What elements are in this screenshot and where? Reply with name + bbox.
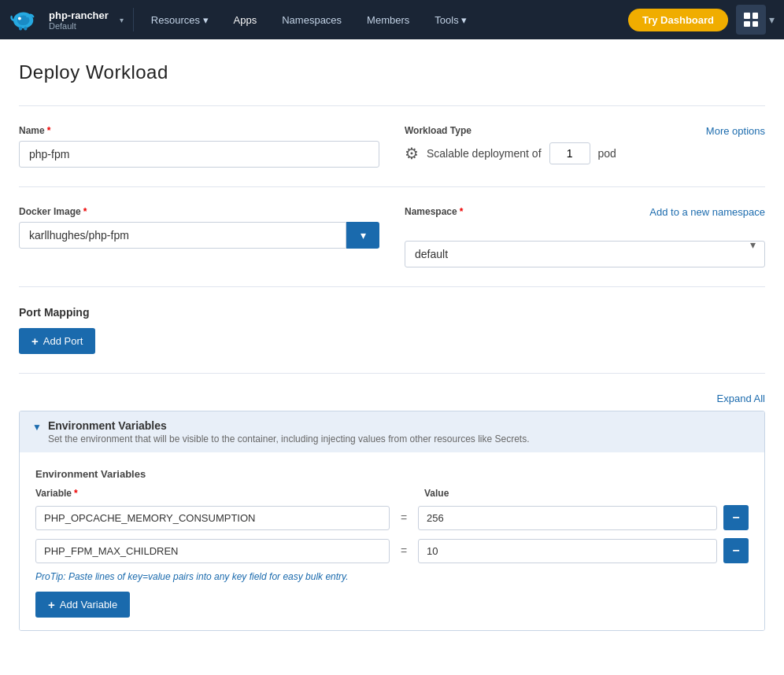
env-header-text: Environment Variables Set the environmen… <box>48 419 530 444</box>
env-var-input-2[interactable] <box>35 539 390 563</box>
workload-deployment-icon: ⚙ <box>405 144 419 163</box>
env-variable-col-header: Variable * <box>35 488 390 499</box>
env-val-input-1[interactable] <box>418 506 717 530</box>
docker-image-col: Docker Image * ▾ <box>19 206 379 249</box>
env-section-header: ▼ Environment Variables Set the environm… <box>20 411 764 452</box>
env-value-col-header: Value <box>424 488 749 499</box>
svg-point-2 <box>18 17 21 20</box>
env-header-desc: Set the environment that will be visible… <box>48 433 530 444</box>
page-content: Deploy Workload Name * More options Work… <box>0 39 784 653</box>
env-remove-button-2[interactable] <box>723 538 749 563</box>
expand-all-row: Expand All <box>19 393 765 404</box>
docker-dropdown-button[interactable]: ▾ <box>346 222 379 249</box>
chevron-down-icon: ▾ <box>361 229 366 242</box>
namespace-required-star: * <box>460 206 464 217</box>
name-required-star: * <box>47 125 51 136</box>
brand[interactable]: php-rancher Default ▾ <box>9 8 134 31</box>
pod-text: pod <box>598 147 616 160</box>
page-title: Deploy Workload <box>19 61 765 83</box>
env-eq-1: = <box>396 511 412 524</box>
docker-image-input[interactable] <box>19 222 346 249</box>
workload-type-col: More options Workload Type ⚙ Scalable de… <box>405 125 765 164</box>
divider-3 <box>19 286 765 287</box>
add-port-button[interactable]: Add Port <box>19 328 95 354</box>
add-variable-button[interactable]: Add Variable <box>35 592 130 618</box>
add-port-label: Add Port <box>43 335 83 347</box>
name-input[interactable] <box>19 141 379 168</box>
env-remove-button-1[interactable] <box>723 505 749 530</box>
divider-1 <box>19 105 765 106</box>
name-label: Name * <box>19 125 379 136</box>
add-variable-plus-icon <box>48 598 55 611</box>
grid-menu-button[interactable] <box>736 5 766 35</box>
add-namespace-link[interactable]: Add to a new namespace <box>649 206 765 218</box>
env-section-chevron-icon[interactable]: ▼ <box>32 422 42 433</box>
svg-rect-4 <box>24 27 27 31</box>
navbar: php-rancher Default ▾ Resources ▾ Apps N… <box>0 0 784 39</box>
env-variables-section: ▼ Environment Variables Set the environm… <box>19 411 765 631</box>
env-var-required-star: * <box>74 488 78 499</box>
docker-image-label: Docker Image * <box>19 206 379 217</box>
docker-input-row: ▾ <box>19 222 379 249</box>
name-field-col: Name * <box>19 125 379 168</box>
pro-tip-text: ProTip: Paste lines of key=value pairs i… <box>35 571 749 582</box>
nav-chevron-icon[interactable]: ▾ <box>769 13 775 26</box>
brand-sub: Default <box>49 21 76 31</box>
env-row-1: = <box>35 505 749 530</box>
env-row-2: = <box>35 538 749 563</box>
port-mapping-label: Port Mapping <box>19 306 765 319</box>
env-col-headers: Variable * Value <box>35 488 749 499</box>
docker-required-star: * <box>83 206 87 217</box>
expand-all-link[interactable]: Expand All <box>717 393 765 404</box>
env-eq-2: = <box>396 544 412 557</box>
env-section-body: Environment Variables Variable * Value = <box>20 452 764 630</box>
nav-members[interactable]: Members <box>356 0 420 39</box>
namespace-select-wrapper: default kube-system kube-public <box>405 222 765 267</box>
brand-logo-icon <box>9 8 41 31</box>
nav-tools[interactable]: Tools ▾ <box>423 0 478 39</box>
port-mapping-section: Port Mapping Add Port <box>19 306 765 354</box>
env-section-subtitle: Environment Variables <box>35 468 749 480</box>
env-var-input-1[interactable] <box>35 506 390 530</box>
namespace-col: Add to a new namespace Namespace * defau… <box>405 206 765 267</box>
pod-count-input[interactable] <box>549 142 590 164</box>
nav-apps[interactable]: Apps <box>223 0 268 39</box>
env-header-title: Environment Variables <box>48 419 530 432</box>
nav-links: Resources ▾ Apps Namespaces Members Tool… <box>140 0 478 39</box>
env-remove-minus-icon-1 <box>732 511 739 525</box>
svg-rect-3 <box>19 27 22 31</box>
brand-info: php-rancher Default <box>49 9 109 31</box>
divider-2 <box>19 186 765 187</box>
name-workload-row: Name * More options Workload Type ⚙ Scal… <box>19 125 765 168</box>
nav-namespaces[interactable]: Namespaces <box>271 0 353 39</box>
add-port-plus-icon <box>31 334 39 348</box>
divider-4 <box>19 373 765 374</box>
workload-scalable-text: Scalable deployment of <box>427 147 542 160</box>
env-val-input-2[interactable] <box>418 539 717 563</box>
docker-namespace-row: Docker Image * ▾ Add to a new namespace … <box>19 206 765 267</box>
more-options-link[interactable]: More options <box>706 125 765 137</box>
nav-resources[interactable]: Resources ▾ <box>140 0 220 39</box>
namespace-select[interactable]: default kube-system kube-public <box>405 241 765 267</box>
grid-icon <box>744 13 758 27</box>
add-variable-label: Add Variable <box>60 599 117 610</box>
brand-name: php-rancher <box>49 9 109 21</box>
try-dashboard-button[interactable]: Try Dashboard <box>628 9 728 31</box>
brand-dropdown-icon[interactable]: ▾ <box>120 16 124 24</box>
workload-type-row: ⚙ Scalable deployment of pod <box>405 142 765 164</box>
env-remove-minus-icon-2 <box>732 544 739 558</box>
